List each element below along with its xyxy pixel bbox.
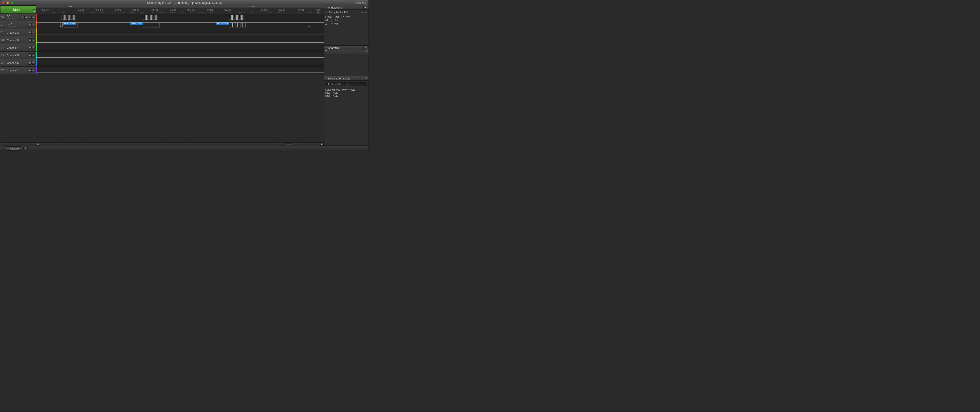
drag-grip-icon[interactable]: ⠿ bbox=[5, 46, 7, 49]
drag-grip-icon[interactable]: ⠿ bbox=[5, 69, 7, 72]
search-icon: 🔍 bbox=[328, 83, 330, 86]
channel-index: 07 bbox=[0, 69, 5, 72]
collapse-icon[interactable]: ▼ bbox=[325, 77, 327, 80]
collapse-icon[interactable]: ▼ bbox=[325, 46, 327, 49]
marker-entry[interactable]: A1◎### bbox=[325, 19, 367, 22]
channel-close-icon[interactable]: ✕ bbox=[32, 69, 35, 72]
channel-gear-icon[interactable]: ⚙ bbox=[28, 53, 32, 57]
add-annotation-button[interactable]: + bbox=[363, 6, 367, 9]
channel-header: 02 ⠿ Channel 2 ⚙ ✕ bbox=[0, 29, 36, 36]
channel-row: 05 ⠿ Channel 5 ⚙ ✕ bbox=[0, 51, 324, 59]
time-tick: +0.3 ms bbox=[296, 9, 304, 11]
waveform-lane[interactable]: Write [0x40]0x00 + ACK0x55 + ACK bbox=[37, 21, 324, 29]
collapse-icon[interactable]: ▼ bbox=[325, 6, 327, 8]
decoded-line[interactable]: 0x55 + ACK bbox=[325, 94, 367, 97]
channel-header: 00 ⠿ SCL I2C - SCL ⚙ ◀ ⎍ ▶ bbox=[0, 14, 36, 21]
marker-gear-icon[interactable]: ⚙ bbox=[365, 11, 367, 14]
channel-close-icon[interactable]: ✕ bbox=[32, 53, 35, 57]
channel-row: 01 ⠿ SDA I2C - SDA ⚙ ✕ Write [0x40]0x00 … bbox=[0, 21, 324, 29]
channel-row: 04 ⠿ Channel 4 ⚙ ✕ bbox=[0, 44, 324, 51]
decoded-title: Decoded Protocols bbox=[328, 77, 350, 80]
channel-close-icon[interactable]: ✕ bbox=[32, 38, 35, 42]
waveform-lane[interactable] bbox=[37, 67, 324, 74]
channel-name[interactable]: Channel 2 bbox=[7, 31, 28, 34]
drag-grip-icon[interactable]: ⠿ bbox=[5, 54, 7, 56]
scroll-track[interactable] bbox=[40, 143, 320, 145]
marker-collapse-icon[interactable]: ▼ bbox=[362, 11, 364, 13]
channel-gear-icon[interactable]: ⚙ bbox=[28, 38, 32, 42]
drag-grip-icon[interactable]: ⠿ bbox=[5, 24, 7, 26]
time-tick: +0.7 ms bbox=[187, 9, 194, 11]
channel-index: 04 bbox=[0, 46, 5, 49]
channel-gear-icon[interactable]: ⚙ bbox=[28, 46, 32, 50]
channel-close-icon[interactable]: ✕ bbox=[32, 23, 35, 27]
drag-grip-icon[interactable]: ⠿ bbox=[5, 16, 7, 18]
waveform-lane[interactable] bbox=[37, 44, 324, 51]
trigger-mode-icon[interactable]: ⎍ bbox=[28, 16, 32, 19]
start-down-arrow-icon[interactable]: ▼ bbox=[32, 10, 36, 13]
channel-row: 06 ⠿ Channel 6 ⚙ ✕ bbox=[0, 59, 324, 67]
channel-name[interactable]: Channel 3 bbox=[7, 39, 28, 42]
marker-entry[interactable]: A2◎### bbox=[325, 22, 367, 26]
decoded-gear-icon[interactable]: ⚙ bbox=[365, 77, 367, 80]
analyzers-panel: ▼ Analyzers + I2C⚙ bbox=[324, 46, 369, 77]
analyzer-item[interactable]: I2C⚙ bbox=[324, 50, 369, 54]
start-block: Start ▲ ▼ bbox=[0, 5, 36, 14]
channel-index: 03 bbox=[0, 39, 5, 42]
scroll-right-button[interactable]: ▶ bbox=[320, 143, 324, 146]
channel-gear-icon[interactable]: ⚙ bbox=[28, 61, 32, 65]
options-menu[interactable]: Options bbox=[355, 2, 366, 4]
channel-row: 07 ⠿ Channel 7 ⚙ ✕ bbox=[0, 67, 324, 74]
channel-gear-icon[interactable]: ⚙ bbox=[28, 31, 32, 34]
waveform-lane[interactable] bbox=[37, 37, 324, 44]
channel-name[interactable]: Channel 5 bbox=[7, 54, 28, 57]
time-tick: +0.4 ms bbox=[316, 9, 321, 13]
channel-gear-icon[interactable]: ⚙ bbox=[21, 16, 24, 19]
channel-header: 03 ⠿ Channel 3 ⚙ ✕ bbox=[0, 37, 36, 44]
scroll-thumb[interactable] bbox=[285, 143, 293, 145]
drag-grip-icon[interactable]: ⠿ bbox=[5, 32, 7, 34]
start-up-arrow-icon[interactable]: ▲ bbox=[32, 6, 36, 10]
horizontal-scrollbar: ◀ ▶ bbox=[0, 142, 324, 146]
record-icon bbox=[7, 148, 9, 150]
channel-header: 01 ⠿ SDA I2C - SDA ⚙ ✕ bbox=[0, 21, 36, 29]
tab-capture[interactable]: Capture bbox=[5, 146, 22, 151]
trigger-left-icon[interactable]: ◀ bbox=[24, 16, 28, 19]
waveform-lane[interactable] bbox=[37, 51, 324, 59]
time-tick: +0.4 ms bbox=[132, 9, 140, 11]
channel-name[interactable]: Channel 4 bbox=[7, 46, 28, 49]
titlebar: Saleae Logic 1.2.9 – [Connected] – [4 MH… bbox=[0, 0, 369, 5]
protocol-search[interactable]: 🔍 bbox=[325, 82, 367, 86]
channel-name[interactable]: Channel 6 bbox=[7, 61, 28, 64]
decoded-line[interactable]: Setup Write to [0x40] + ACK bbox=[325, 88, 367, 91]
protocol-search-input[interactable] bbox=[331, 83, 365, 86]
channel-gear-icon[interactable]: ⚙ bbox=[28, 69, 32, 72]
analyzer-gear-icon[interactable]: ⚙ bbox=[366, 50, 369, 53]
channel-close-icon[interactable]: ✕ bbox=[32, 46, 35, 50]
close-icon[interactable] bbox=[2, 2, 5, 4]
waveform-lane[interactable] bbox=[37, 14, 324, 21]
drag-grip-icon[interactable]: ⠿ bbox=[5, 62, 7, 64]
time-tick: +0.6 ms bbox=[169, 9, 176, 11]
channel-name[interactable]: SCL bbox=[7, 15, 21, 18]
zoom-icon[interactable] bbox=[11, 2, 13, 4]
channel-close-icon[interactable]: ✕ bbox=[32, 31, 35, 34]
time-anchor: 0 s : 1 ms bbox=[246, 5, 255, 8]
trigger-right-icon[interactable]: ▶ bbox=[32, 16, 35, 19]
drag-grip-icon[interactable]: ⠿ bbox=[5, 39, 7, 41]
channel-name[interactable]: Channel 7 bbox=[7, 69, 28, 72]
channel-index: 00 bbox=[0, 16, 5, 19]
scroll-left-button[interactable]: ◀ bbox=[36, 143, 40, 146]
minimize-icon[interactable] bbox=[6, 2, 9, 4]
add-tab-button[interactable]: » bbox=[24, 147, 28, 150]
channel-name[interactable]: SDA bbox=[7, 22, 28, 25]
waveform-lane[interactable] bbox=[37, 29, 324, 36]
channel-close-icon[interactable]: ✕ bbox=[32, 61, 35, 65]
timeline[interactable]: 0 s : 0 ms0 s : 1 ms +0.9 ms+0.1 ms+0.2 … bbox=[36, 5, 324, 14]
start-button[interactable]: Start bbox=[0, 5, 32, 14]
decoded-line[interactable]: 0x00 + ACK bbox=[325, 91, 367, 94]
waveform-lane[interactable] bbox=[37, 59, 324, 67]
channel-gear-icon[interactable]: ⚙ bbox=[28, 23, 32, 27]
channel-header: 07 ⠿ Channel 7 ⚙ ✕ bbox=[0, 67, 36, 74]
add-analyzer-button[interactable]: + bbox=[363, 46, 367, 50]
